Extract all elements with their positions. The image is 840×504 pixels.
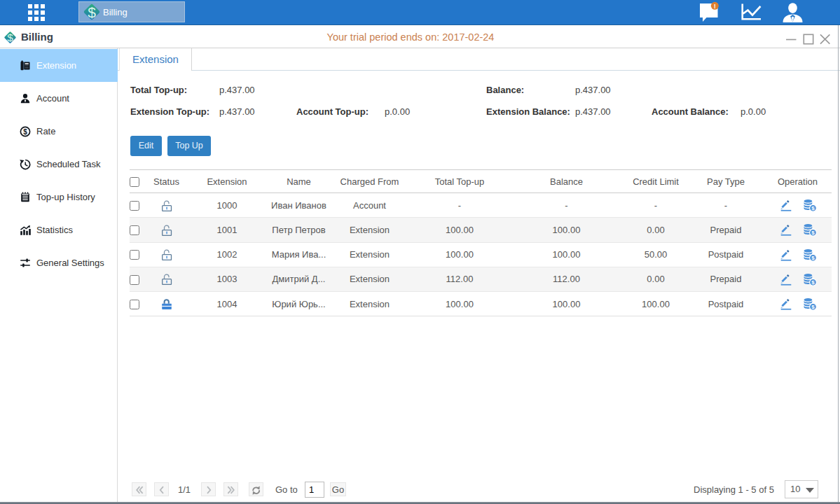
svg-text:$: $ [88,4,96,20]
svg-text:$: $ [7,31,13,43]
svg-text:!: ! [714,3,716,10]
svg-text:$: $ [23,128,27,136]
